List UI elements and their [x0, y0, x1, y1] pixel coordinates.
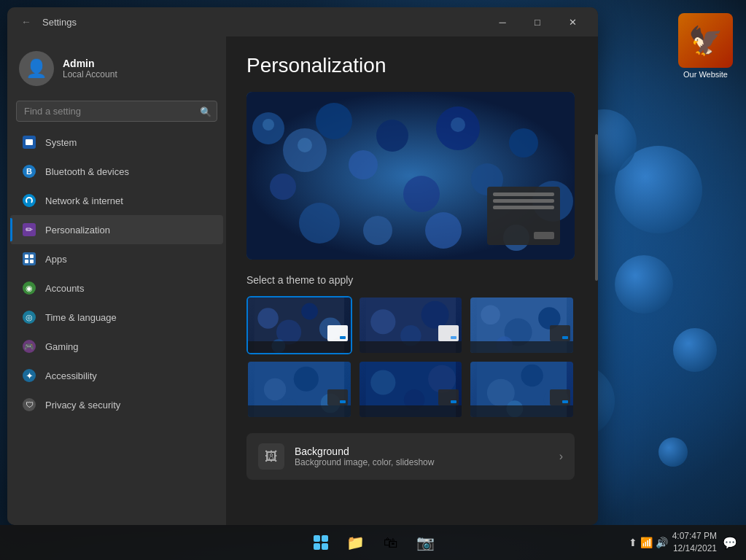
svg-point-8: [403, 176, 440, 212]
user-profile[interactable]: 👤 Admin Local Account: [7, 36, 226, 101]
thumb-mini-window-4: [327, 389, 348, 405]
back-button[interactable]: ←: [16, 12, 36, 32]
sidebar-item-privacy[interactable]: 🛡 Privacy & security: [10, 390, 223, 419]
camera-icon: 📷: [416, 534, 435, 551]
sidebar-item-accessibility[interactable]: ✦ Accessibility: [10, 361, 223, 390]
svg-point-12: [425, 212, 462, 249]
time-icon: ◎: [22, 310, 36, 324]
search-icon: 🔍: [200, 106, 211, 117]
store-icon: 🛍: [384, 534, 398, 551]
desktop-website-label: Our Website: [678, 70, 733, 79]
svg-point-6: [299, 203, 340, 244]
title-bar: ← Settings ─ □ ✕: [7, 7, 598, 36]
theme-thumb-2[interactable]: [358, 296, 464, 354]
personalization-icon: ✏: [22, 222, 36, 237]
close-button[interactable]: ✕: [556, 10, 589, 34]
background-section[interactable]: 🖼 Background Background image, color, sl…: [246, 433, 575, 480]
sidebar-item-personalization[interactable]: ✏ Personalization: [10, 215, 223, 244]
thumb-mini-window-2: [438, 325, 459, 341]
win-logo-q3: [314, 543, 320, 550]
search-bar: 🔍: [16, 101, 217, 122]
svg-point-4: [316, 103, 352, 139]
thumb-mini-window-1: [327, 325, 348, 341]
minimize-button[interactable]: ─: [486, 10, 519, 34]
thumb-taskbar-3: [470, 341, 573, 353]
taskbar-center: 📁 🛍 📷: [305, 528, 442, 557]
start-button[interactable]: [305, 528, 337, 557]
background-title: Background: [295, 446, 434, 457]
sidebar-item-label-accounts: Accounts: [45, 283, 84, 294]
theme-thumb-1[interactable]: [246, 296, 352, 354]
gaming-icon: 🎮: [22, 339, 36, 354]
camera-button[interactable]: 📷: [410, 528, 442, 557]
sidebar-item-time[interactable]: ◎ Time & language: [10, 303, 223, 332]
scrollbar[interactable]: [595, 36, 598, 525]
mini-line: [493, 199, 554, 203]
sidebar-item-gaming[interactable]: 🎮 Gaming: [10, 332, 223, 361]
avatar: 👤: [19, 51, 54, 86]
desktop-icon-phoenix[interactable]: 🦅: [678, 13, 733, 68]
file-explorer-button[interactable]: 📁: [340, 528, 372, 557]
sidebar-item-apps[interactable]: Apps: [10, 244, 223, 273]
system-clock[interactable]: 4:07:47 PM 12/14/2021: [672, 530, 717, 555]
svg-point-30: [481, 305, 501, 324]
mini-line: [493, 206, 554, 209]
sidebar-item-label-time: Time & language: [45, 312, 117, 323]
notification-button[interactable]: 💬: [721, 534, 739, 551]
svg-point-16: [263, 119, 274, 131]
content-area: Personalization: [226, 36, 598, 525]
svg-point-35: [264, 378, 286, 400]
network-icon: [22, 193, 36, 208]
bluetooth-icon: B: [22, 164, 36, 179]
tray-icon-security[interactable]: ⬆: [629, 537, 637, 548]
sidebar-item-accounts[interactable]: ◉ Accounts: [10, 273, 223, 303]
desktop-bubble: [673, 328, 717, 372]
svg-point-3: [270, 174, 296, 200]
theme-thumb-5[interactable]: [358, 360, 464, 419]
theme-thumb-3[interactable]: [469, 296, 575, 354]
main-area: 👤 Admin Local Account 🔍 System: [7, 36, 598, 525]
tray-icon-network[interactable]: 📶: [640, 537, 653, 548]
sidebar-item-label-accessibility: Accessibility: [45, 370, 97, 381]
user-name: Admin: [63, 58, 117, 69]
title-bar-left: ← Settings: [16, 12, 77, 32]
background-icon: 🖼: [258, 443, 284, 470]
thumb-taskbar-1: [248, 341, 351, 353]
sidebar-item-bluetooth[interactable]: B Bluetooth & devices: [10, 157, 223, 186]
thumb-taskbar-4: [248, 405, 351, 417]
system-icon: [22, 135, 36, 149]
thumb-btn-1: [340, 336, 346, 339]
thumb-mini-window-6: [550, 389, 570, 405]
svg-point-9: [363, 216, 392, 245]
search-input[interactable]: [16, 101, 217, 122]
background-text: Background Background image, color, slid…: [295, 446, 434, 467]
svg-point-5: [349, 150, 378, 179]
tray-icon-volume[interactable]: 🔊: [656, 537, 668, 548]
store-button[interactable]: 🛍: [375, 528, 407, 557]
accessibility-icon: ✦: [22, 368, 36, 383]
system-tray: ⬆ 📶 🔊 4:07:47 PM 12/14/2021 💬: [629, 525, 739, 560]
win-logo-q1: [314, 535, 320, 542]
clock-date: 12/14/2021: [672, 542, 717, 555]
theme-thumb-6[interactable]: [469, 360, 575, 419]
desktop-bubble: [658, 438, 688, 467]
windows-logo: [314, 535, 328, 550]
svg-point-13: [509, 128, 538, 158]
sidebar-item-label-bluetooth: Bluetooth & devices: [45, 166, 129, 177]
page-title: Personalization: [246, 54, 578, 77]
settings-window: ← Settings ─ □ ✕ 👤 Admin Local Account 🔍: [7, 7, 598, 525]
thumb-mini-window-5: [438, 389, 459, 405]
sidebar-item-system[interactable]: System: [10, 128, 223, 157]
win-logo-q4: [322, 543, 328, 550]
thumb-btn-3: [562, 336, 568, 339]
thumb-btn-2: [451, 336, 456, 339]
sidebar-item-network[interactable]: Network & internet: [10, 186, 223, 215]
thumb-btn-4: [340, 400, 346, 403]
taskbar: 📁 🛍 📷 ⬆ 📶 🔊 4:07:47 PM 12/14/2021 💬: [0, 525, 746, 560]
sidebar-item-label-privacy: Privacy & security: [45, 400, 120, 411]
maximize-button[interactable]: □: [521, 10, 554, 34]
theme-thumb-4[interactable]: [246, 360, 352, 419]
svg-point-7: [376, 120, 408, 152]
user-type: Local Account: [63, 69, 117, 79]
sidebar: 👤 Admin Local Account 🔍 System: [7, 36, 226, 525]
